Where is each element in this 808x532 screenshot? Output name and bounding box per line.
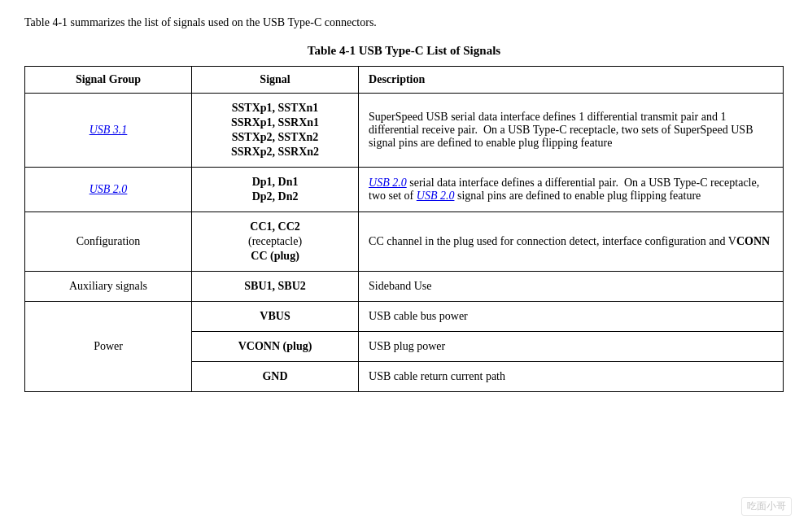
signal-group-usb31: USB 3.1 (25, 94, 192, 168)
signal-label: SSTXp1, SSTXn1 (232, 102, 319, 114)
description-vconn: USB plug power (359, 332, 784, 362)
signal-label: VCONN (plug) (238, 340, 312, 352)
usb20-link[interactable]: USB 2.0 (90, 183, 128, 195)
description-config: CC channel in the plug used for connecti… (359, 212, 784, 272)
table-row: USB 2.0 Dp1, Dn1 Dp2, Dn2 USB 2.0 serial… (25, 168, 784, 212)
signal-vbus: VBUS (192, 302, 359, 332)
intro-paragraph: Table 4-1 summarizes the list of signals… (24, 16, 784, 29)
signal-group-config: Configuration (25, 212, 192, 272)
table-row: Configuration CC1, CC2 (receptacle) CC (… (25, 212, 784, 272)
signal-config: CC1, CC2 (receptacle) CC (plug) (192, 212, 359, 272)
header-description: Description (359, 67, 784, 94)
table-row: Power VBUS USB cable bus power (25, 302, 784, 332)
table-title: Table 4-1 USB Type-C List of Signals (24, 44, 784, 58)
signal-label: SSRXp2, SSRXn2 (231, 146, 319, 158)
signal-aux: SBU1, SBU2 (192, 272, 359, 302)
signal-label: Dp2, Dn2 (252, 190, 299, 203)
signal-usb31: SSTXp1, SSTXn1 SSRXp1, SSRXn1 SSTXp2, SS… (192, 94, 359, 168)
signal-label: VBUS (260, 310, 290, 322)
table-row: Auxiliary signals SBU1, SBU2 Sideband Us… (25, 272, 784, 302)
signals-table: Signal Group Signal Description USB 3.1 … (24, 66, 784, 392)
header-signal-group: Signal Group (25, 67, 192, 94)
signal-label-paren: (receptacle) (248, 235, 302, 247)
table-row: USB 3.1 SSTXp1, SSTXn1 SSRXp1, SSRXn1 SS… (25, 94, 784, 168)
signal-group-power: Power (25, 302, 192, 392)
signal-label: CC (plug) (251, 250, 299, 262)
description-usb20: USB 2.0 serial data interface defines a … (359, 168, 784, 212)
description-vbus: USB cable bus power (359, 302, 784, 332)
signal-usb20: Dp1, Dn1 Dp2, Dn2 (192, 168, 359, 212)
signal-label: CC1, CC2 (250, 220, 299, 233)
usb31-link[interactable]: USB 3.1 (90, 124, 128, 136)
description-gnd: USB cable return current path (359, 362, 784, 392)
signal-label: SSTXp2, SSTXn2 (232, 131, 319, 143)
header-signal: Signal (192, 67, 359, 94)
vconn-smallcaps: CONN (736, 235, 770, 247)
signal-gnd: GND (192, 362, 359, 392)
usb20-desc-link2[interactable]: USB 2.0 (417, 190, 455, 202)
signal-label: GND (262, 370, 287, 382)
signal-group-aux: Auxiliary signals (25, 272, 192, 302)
description-usb31: SuperSpeed USB serial data interface def… (359, 94, 784, 168)
signal-group-usb20: USB 2.0 (25, 168, 192, 212)
signal-label: SSRXp1, SSRXn1 (231, 116, 319, 129)
table-header-row: Signal Group Signal Description (25, 67, 784, 94)
signal-label: Dp1, Dn1 (252, 176, 299, 188)
signal-vconn: VCONN (plug) (192, 332, 359, 362)
signal-label: SBU1, SBU2 (244, 280, 305, 292)
usb20-desc-link[interactable]: USB 2.0 (369, 177, 407, 189)
description-aux: Sideband Use (359, 272, 784, 302)
